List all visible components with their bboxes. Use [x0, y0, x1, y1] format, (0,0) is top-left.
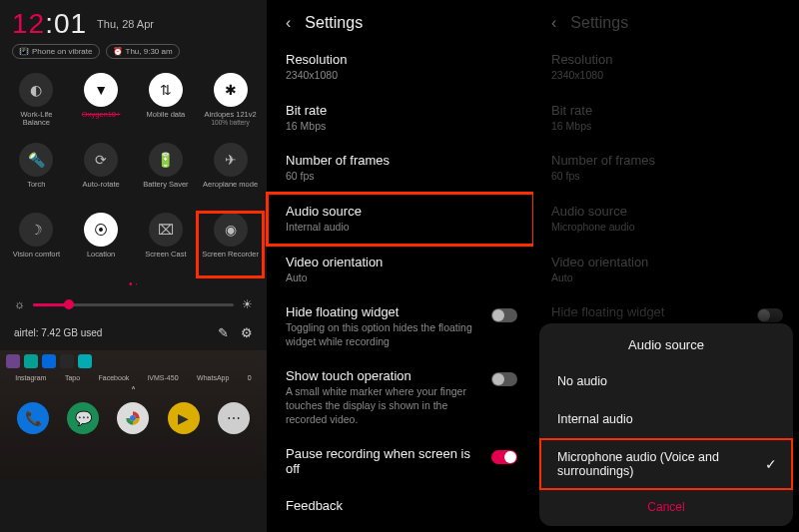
qs-tile-icon: ▼ [84, 73, 118, 107]
app-icon[interactable] [24, 354, 38, 368]
setting-title: Audio source [286, 204, 515, 219]
qs-tile-aeroplane-mode[interactable]: ✈Aeroplane mode [198, 143, 263, 207]
chevron-up-icon[interactable]: ˄ [0, 385, 267, 396]
toggle-switch [757, 308, 783, 322]
setting-feedback[interactable]: Feedback [268, 488, 533, 525]
date-label: Thu, 28 Apr [97, 18, 154, 30]
audio-source-dialog: Audio source No audioInternal audioMicro… [539, 323, 793, 526]
folder-label: Tapo [65, 374, 80, 381]
qs-tile-icon: ◐ [19, 73, 53, 107]
setting-title: Video orientation [286, 255, 515, 269]
qs-tile-label: Screen Recorder [202, 251, 259, 259]
qs-tile-screen-recorder[interactable]: ◉Screen Recorder [198, 213, 263, 276]
qs-tile-icon: ☽ [19, 213, 53, 247]
setting-title: Hide floating widget [286, 304, 485, 319]
settings-panel: ‹ Settings Resolution2340x1080Bit rate16… [267, 0, 533, 532]
setting-bit-rate[interactable]: Bit rate16 Mbps [268, 93, 533, 144]
setting-number-of-frames: Number of frames60 fps [533, 143, 799, 194]
dialog-option[interactable]: No audio [539, 362, 793, 400]
gear-icon[interactable]: ⚙ [241, 325, 253, 340]
setting-title: Bit rate [286, 103, 515, 118]
settings-panel-dimmed: ‹ Settings Resolution2340x1080Bit rate16… [533, 0, 799, 532]
dock-app[interactable] [117, 402, 149, 434]
dialog-option[interactable]: Internal audio [539, 400, 793, 438]
qs-tile-torch[interactable]: 🔦Torch [4, 143, 69, 207]
dock-app[interactable]: ⋯ [218, 402, 250, 434]
qs-tile-icon: ✱ [214, 73, 248, 107]
qs-tile-vision-comfort[interactable]: ☽Vision comfort [4, 213, 69, 276]
settings-list: Resolution2340x1080Bit rate16 MbpsNumber… [533, 42, 799, 358]
qs-tile-icon: 🔦 [19, 143, 53, 177]
toggle-switch[interactable] [491, 308, 517, 322]
chip-alarm[interactable]: ⏰ Thu, 9:30 am [106, 44, 180, 59]
qs-tile-work-life-balance[interactable]: ◐Work-Life Balance [4, 73, 69, 137]
back-icon: ‹ [551, 14, 556, 32]
setting-number-of-frames[interactable]: Number of frames60 fps [268, 143, 533, 194]
qs-tile-label: Work-Life Balance [6, 111, 66, 128]
toggle-switch[interactable] [491, 450, 517, 464]
folder-label: WhatsApp [197, 374, 229, 381]
qs-tile-mobile-data[interactable]: ⇅Mobile data [134, 73, 199, 137]
dialog-options: No audioInternal audioMicrophone audio (… [539, 362, 793, 490]
setting-title: Show touch operation [286, 368, 485, 383]
page-indicator: • · [0, 278, 267, 289]
settings-list: Resolution2340x1080Bit rate16 MbpsNumber… [268, 42, 533, 532]
settings-header: ‹ Settings [268, 0, 533, 42]
setting-subtitle: 60 fps [286, 170, 515, 184]
qs-tile-label: Vision comfort [13, 251, 60, 259]
setting-title: Resolution [551, 52, 781, 67]
setting-video-orientation[interactable]: Video orientationAuto [268, 245, 533, 295]
data-usage-label: airtel: 7.42 GB used [14, 327, 102, 338]
setting-subtitle: 2340x1080 [551, 69, 781, 83]
toggle-switch[interactable] [491, 372, 517, 386]
setting-pause-recording-when-screen-is-off[interactable]: Pause recording when screen is off [268, 436, 533, 488]
qs-tile-auto-rotate[interactable]: ⟳Auto-rotate [69, 143, 134, 207]
dock: 📞💬▶⋯ [0, 396, 267, 440]
quick-settings-grid: ◐Work-Life Balance▼Oxygen10+⇅Mobile data… [0, 67, 267, 276]
app-icon[interactable] [60, 354, 74, 368]
brightness-slider[interactable] [33, 303, 234, 306]
chip-vibrate[interactable]: 📳 Phone on vibrate [12, 44, 100, 59]
setting-about[interactable]: About [268, 525, 533, 532]
qs-tile-screen-cast[interactable]: ⌧Screen Cast [134, 213, 199, 276]
qs-tile-airdopes-121v2[interactable]: ✱Airdopes 121v2100% battery [198, 73, 263, 137]
edit-icon[interactable]: ✎ [218, 325, 229, 340]
setting-title: Number of frames [286, 153, 515, 168]
app-row [0, 350, 267, 372]
cancel-button[interactable]: Cancel [539, 490, 793, 522]
back-icon[interactable]: ‹ [286, 14, 291, 32]
qs-tile-oxygen10-[interactable]: ▼Oxygen10+ [69, 73, 134, 137]
quick-settings-panel: 12:01 Thu, 28 Apr 📳 Phone on vibrate ⏰ T… [0, 0, 267, 532]
qs-tile-icon: ⦿ [84, 213, 118, 247]
dialog-option[interactable]: Microphone audio (Voice and surroundings… [539, 438, 793, 490]
qs-tile-location[interactable]: ⦿Location [69, 213, 134, 276]
qs-tile-label: Airdopes 121v2 [205, 111, 257, 119]
setting-resolution[interactable]: Resolution2340x1080 [268, 42, 533, 93]
setting-resolution: Resolution2340x1080 [533, 42, 799, 93]
qs-tile-icon: ⌧ [149, 213, 183, 247]
status-bar: 12:01 Thu, 28 Apr [0, 0, 267, 44]
dock-app[interactable]: 💬 [67, 402, 99, 434]
app-icon[interactable] [42, 354, 56, 368]
setting-hide-floating-widget[interactable]: Hide floating widgetToggling on this opt… [268, 294, 533, 358]
setting-subtitle: 2340x1080 [286, 69, 515, 83]
brightness-row: ☼ ☀ [0, 291, 267, 321]
setting-audio-source[interactable]: Audio sourceInternal audio [268, 194, 533, 245]
app-icon[interactable] [78, 354, 92, 368]
qs-tile-icon: ◉ [214, 213, 248, 247]
setting-subtitle: 16 Mbps [286, 120, 515, 134]
setting-video-orientation: Video orientationAuto [533, 245, 799, 295]
home-screen-partial: InstagramTapoFacebookiVMS-450WhatsApp0 ˄… [0, 350, 267, 480]
chip-label: Phone on vibrate [32, 47, 93, 56]
qs-tile-label: Oxygen10+ [82, 111, 121, 119]
vibrate-icon: 📳 [19, 47, 29, 56]
clock: 12:01 [12, 8, 87, 40]
dock-app[interactable]: ▶ [168, 402, 200, 434]
folder-label: Instagram [15, 374, 46, 381]
app-icon[interactable] [6, 354, 20, 368]
dock-app[interactable]: 📞 [17, 402, 49, 434]
setting-subtitle: Microphone audio [551, 221, 781, 235]
qs-tile-battery-saver[interactable]: 🔋Battery Saver [134, 143, 199, 207]
setting-show-touch-operation[interactable]: Show touch operationA small white marker… [268, 358, 533, 436]
setting-title: Video orientation [551, 255, 781, 269]
